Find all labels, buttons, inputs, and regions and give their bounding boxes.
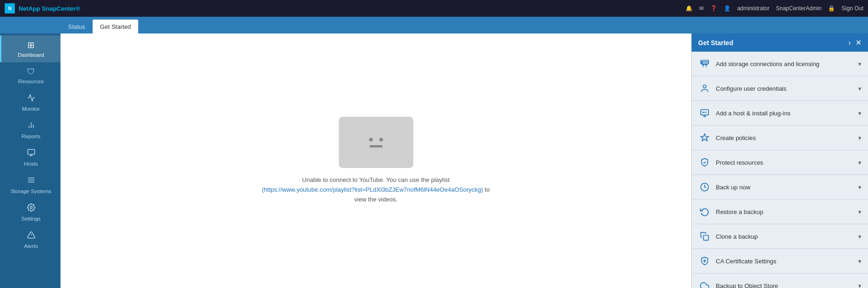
video-eye-right <box>379 138 383 141</box>
storage-connections-icon <box>698 57 711 70</box>
sidebar-item-hosts[interactable]: Hosts <box>0 144 61 171</box>
topbar-actions: 🔔 ✉ ❓ 👤 administrator SnapCenterAdmin 🔒 … <box>686 5 863 12</box>
notification-icon[interactable]: 🔔 <box>686 5 693 12</box>
resources-icon: 🛡 <box>27 67 35 77</box>
add-host-label: Add a host & install plug-ins <box>716 110 854 117</box>
restore-backup-icon <box>698 205 711 218</box>
right-panel-title: Get Started <box>698 39 733 47</box>
backup-object-store-icon <box>698 279 711 288</box>
video-playlist-link[interactable]: (https://www.youtube.com/playlist?list=P… <box>262 186 483 193</box>
sidebar-item-settings[interactable]: Settings <box>0 199 61 226</box>
panel-next-button[interactable]: › <box>848 39 851 47</box>
ca-cert-label: CA Certificate Settings <box>716 258 854 265</box>
svg-rect-3 <box>27 149 34 154</box>
video-eye-left <box>369 138 373 141</box>
user-credentials-chevron: ▾ <box>858 85 861 92</box>
sidebar-label-resources: Resources <box>18 79 44 84</box>
create-policies-icon <box>698 131 711 144</box>
video-mouth <box>370 145 383 147</box>
protect-resources-icon <box>698 156 711 169</box>
panel-item-restore-backup[interactable]: Restore a backup ▾ <box>692 200 868 224</box>
sidebar: ⊞ Dashboard 🛡 Resources Monitor Reports … <box>0 33 61 288</box>
storage-connections-label: Add storage connections and licensing <box>716 60 854 67</box>
svg-point-26 <box>704 260 705 261</box>
topbar-brand: N NetApp SnapCenter® <box>5 3 80 13</box>
svg-point-18 <box>703 85 707 88</box>
monitor-icon <box>27 94 35 104</box>
svg-rect-13 <box>701 60 709 62</box>
create-policies-chevron: ▾ <box>858 134 861 141</box>
sidebar-item-storage-systems[interactable]: Storage Systems <box>0 171 61 199</box>
backup-now-icon <box>698 181 711 194</box>
main-layout: ⊞ Dashboard 🛡 Resources Monitor Reports … <box>0 33 868 288</box>
user-label[interactable]: administrator <box>737 5 769 12</box>
mail-icon[interactable]: ✉ <box>699 5 704 12</box>
sidebar-item-dashboard[interactable]: ⊞ Dashboard <box>0 35 61 62</box>
sidebar-label-alerts: Alerts <box>24 243 38 249</box>
video-face <box>369 138 383 147</box>
netapp-logo-icon: N <box>5 3 15 13</box>
tab-status[interactable]: Status <box>61 20 93 33</box>
backup-object-store-label: Backup to Object Store <box>716 282 854 288</box>
svg-point-22 <box>703 112 704 113</box>
clone-backup-icon <box>698 230 711 243</box>
sidebar-label-monitor: Monitor <box>22 106 40 112</box>
user-credentials-icon <box>698 82 711 95</box>
svg-point-14 <box>701 62 702 63</box>
right-panel-controls: › ✕ <box>848 38 861 47</box>
svg-rect-25 <box>704 235 709 241</box>
tenant-label[interactable]: SnapCenterAdmin <box>776 5 821 12</box>
sidebar-item-monitor[interactable]: Monitor <box>0 89 61 116</box>
topbar-title: NetApp SnapCenter® <box>19 5 80 12</box>
protect-resources-chevron: ▾ <box>858 159 861 166</box>
panel-close-button[interactable]: ✕ <box>855 38 861 47</box>
backup-now-chevron: ▾ <box>858 184 861 191</box>
panel-item-clone-backup[interactable]: Clone a backup ▾ <box>692 224 868 249</box>
panel-item-user-credentials[interactable]: Configure user credentials ▾ <box>692 76 868 101</box>
panel-item-create-policies[interactable]: Create policies ▾ <box>692 126 868 150</box>
signout-button[interactable]: Sign Out <box>841 5 863 12</box>
storage-systems-icon <box>27 176 35 187</box>
hosts-icon <box>27 148 35 159</box>
sidebar-item-reports[interactable]: Reports <box>0 116 61 144</box>
clone-backup-chevron: ▾ <box>858 233 861 240</box>
video-unavailable-text: Unable to connect to YouTube. You can us… <box>260 175 492 204</box>
panel-item-protect-resources[interactable]: Protect resources ▾ <box>692 150 868 175</box>
restore-backup-chevron: ▾ <box>858 208 861 215</box>
storage-connections-chevron: ▾ <box>858 60 861 67</box>
add-host-chevron: ▾ <box>858 110 861 117</box>
backup-object-store-chevron: ▾ <box>858 282 861 288</box>
add-host-icon <box>698 107 711 120</box>
video-eyes <box>369 138 383 141</box>
help-icon[interactable]: ❓ <box>710 5 717 12</box>
right-panel-header: Get Started › ✕ <box>692 33 868 52</box>
tabbar: Status Get Started <box>0 17 868 33</box>
sidebar-label-reports: Reports <box>21 134 40 139</box>
signout-icon: 🔒 <box>828 5 835 12</box>
ca-cert-chevron: ▾ <box>858 258 861 265</box>
panel-item-ca-cert[interactable]: CA Certificate Settings ▾ <box>692 249 868 274</box>
backup-now-label: Back up now <box>716 184 854 191</box>
settings-icon <box>27 203 35 214</box>
video-placeholder <box>339 117 413 168</box>
panel-item-backup-object-store[interactable]: Backup to Object Store ▾ <box>692 274 868 288</box>
panel-item-storage-connections[interactable]: Add storage connections and licensing ▾ <box>692 52 868 76</box>
sidebar-label-dashboard: Dashboard <box>18 52 44 58</box>
sidebar-item-resources[interactable]: 🛡 Resources <box>0 62 61 89</box>
panel-item-add-host[interactable]: Add a host & install plug-ins ▾ <box>692 101 868 126</box>
clone-backup-label: Clone a backup <box>716 233 854 240</box>
restore-backup-label: Restore a backup <box>716 208 854 215</box>
protect-resources-label: Protect resources <box>716 159 854 166</box>
tab-get-started[interactable]: Get Started <box>93 20 138 33</box>
topbar: N NetApp SnapCenter® 🔔 ✉ ❓ 👤 administrat… <box>0 0 868 17</box>
create-policies-label: Create policies <box>716 134 854 141</box>
user-credentials-label: Configure user credentials <box>716 85 854 92</box>
ca-cert-icon <box>698 255 711 268</box>
sidebar-item-alerts[interactable]: Alerts <box>0 226 61 254</box>
panel-item-backup-now[interactable]: Back up now ▾ <box>692 175 868 200</box>
main-content: Unable to connect to YouTube. You can us… <box>61 33 691 288</box>
alerts-icon <box>27 231 35 241</box>
sidebar-label-storage-systems: Storage Systems <box>11 188 52 194</box>
svg-point-9 <box>30 207 32 209</box>
right-panel: Get Started › ✕ Add storage connections … <box>691 33 868 288</box>
